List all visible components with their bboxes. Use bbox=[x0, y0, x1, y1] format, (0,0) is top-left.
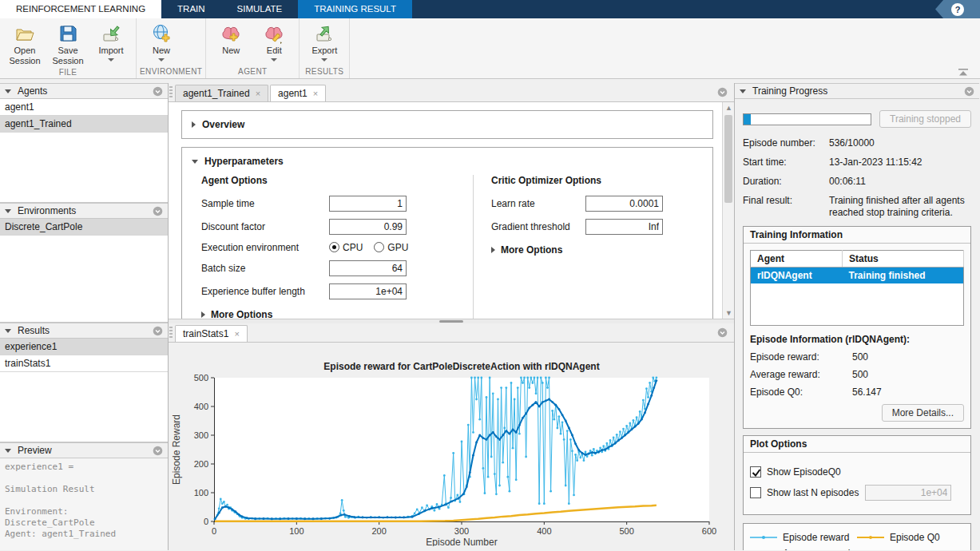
agent-options-column: Agent Options Sample time Discount facto… bbox=[192, 175, 473, 319]
new-agent-button[interactable]: New bbox=[209, 22, 252, 65]
collapse-arrow-icon[interactable] bbox=[5, 89, 11, 93]
open-folder-icon bbox=[14, 23, 35, 44]
close-icon[interactable]: × bbox=[234, 330, 239, 339]
cpu-radio-label: CPU bbox=[343, 242, 363, 253]
panel-menu-icon[interactable] bbox=[153, 206, 163, 216]
panel-menu-icon[interactable] bbox=[153, 86, 163, 97]
gpu-radio-label: GPU bbox=[387, 242, 408, 253]
batch-size-input[interactable] bbox=[329, 260, 407, 276]
new-environment-button[interactable]: New bbox=[140, 22, 183, 65]
scrollbar-thumb[interactable] bbox=[724, 115, 732, 203]
preview-panel-header[interactable]: Preview bbox=[0, 442, 168, 458]
average-reward-value: 500 bbox=[852, 369, 868, 380]
drag-grip-icon[interactable] bbox=[169, 86, 173, 98]
sample-time-input[interactable] bbox=[329, 196, 407, 212]
hyperparameters-header[interactable]: Hyperparameters bbox=[192, 156, 703, 167]
help-icon[interactable]: ? bbox=[951, 3, 964, 16]
collapse-ribbon-icon[interactable] bbox=[958, 69, 969, 76]
experience-buffer-length-input[interactable] bbox=[329, 283, 407, 299]
close-icon[interactable]: × bbox=[313, 89, 318, 98]
agents-panel-header[interactable]: Agents bbox=[0, 83, 168, 99]
agent-more-options[interactable]: More Options bbox=[201, 309, 473, 319]
episode-q0-label: Episode Q0: bbox=[750, 386, 852, 398]
collapse-arrow-icon[interactable] bbox=[5, 449, 11, 453]
browser-sidebar: Agents agent1 agent1_Trained Environment… bbox=[0, 83, 169, 550]
group-label-environment: ENVIRONMENT bbox=[140, 65, 202, 78]
doc-tab-agent1-trained[interactable]: agent1_Trained × bbox=[175, 85, 268, 101]
training-stopped-button[interactable]: Training stopped bbox=[879, 110, 971, 128]
list-item-discrete-cartpole[interactable]: Discrete_CartPole bbox=[0, 219, 168, 236]
expand-arrow-icon[interactable] bbox=[491, 247, 495, 253]
drag-grip-icon[interactable] bbox=[169, 327, 173, 339]
edit-agent-label: Edit bbox=[267, 46, 282, 56]
svg-text:300: 300 bbox=[454, 526, 469, 536]
critic-more-options-label: More Options bbox=[501, 244, 562, 256]
panel-menu-icon[interactable] bbox=[964, 86, 974, 97]
list-item-agent1-trained[interactable]: agent1_Trained bbox=[0, 116, 168, 133]
panel-menu-icon[interactable] bbox=[153, 446, 163, 456]
results-panel-header[interactable]: Results bbox=[0, 323, 168, 339]
ribbon-group-file: Open Session Save Session Import bbox=[0, 18, 137, 78]
save-icon bbox=[58, 23, 78, 44]
doc-tab-trainstats1[interactable]: trainStats1 × bbox=[175, 325, 248, 342]
collapse-arrow-icon[interactable] bbox=[5, 209, 11, 213]
gradient-threshold-label: Gradient threshold bbox=[491, 221, 585, 232]
scroll-up-icon[interactable]: ▲ bbox=[725, 105, 732, 111]
scroll-down-icon[interactable]: ▼ bbox=[725, 310, 732, 316]
list-item-experience1[interactable]: experience1 bbox=[0, 339, 168, 355]
gpu-radio[interactable]: GPU bbox=[374, 242, 408, 253]
dropdown-caret-icon bbox=[271, 58, 277, 61]
export-icon bbox=[314, 23, 335, 44]
open-session-label: Open Session bbox=[3, 46, 46, 66]
export-button[interactable]: Export bbox=[303, 22, 346, 65]
cpu-radio[interactable]: CPU bbox=[329, 242, 363, 253]
table-row-rldqnagent[interactable]: rlDQNAgent Training finished bbox=[751, 268, 964, 284]
show-last-n-episodes-row: Show last N episodes bbox=[750, 485, 964, 501]
save-session-button[interactable]: Save Session bbox=[46, 22, 89, 66]
doc-tab-agent1[interactable]: agent1 × bbox=[270, 85, 326, 101]
editor-scrollbar[interactable]: ▲ ▼ bbox=[722, 102, 734, 319]
results-list: experience1 trainStats1 bbox=[0, 339, 168, 442]
list-item-trainstats1[interactable]: trainStats1 bbox=[0, 355, 168, 372]
tab-simulate[interactable]: SIMULATE bbox=[221, 0, 299, 18]
splitter-handle[interactable] bbox=[439, 320, 463, 323]
learn-rate-input[interactable] bbox=[585, 196, 663, 212]
checkbox-checked-icon[interactable] bbox=[750, 466, 761, 478]
collapse-arrow-icon[interactable] bbox=[192, 160, 198, 164]
critic-options-title: Critic Optimizer Options bbox=[491, 175, 703, 186]
discount-factor-input[interactable] bbox=[329, 219, 407, 235]
tab-reinforcement-learning[interactable]: REINFORCEMENT LEARNING bbox=[0, 0, 161, 18]
edit-agent-button[interactable]: Edit bbox=[252, 22, 296, 65]
doc-tab-label: agent1_Trained bbox=[183, 88, 250, 99]
gradient-threshold-input[interactable] bbox=[585, 219, 663, 235]
panel-menu-icon[interactable] bbox=[717, 87, 728, 97]
tab-training-result[interactable]: TRAINING RESULT bbox=[298, 0, 412, 18]
last-n-episodes-input[interactable] bbox=[865, 485, 951, 501]
experience-buffer-length-label: Experience buffer length bbox=[201, 286, 329, 297]
expand-arrow-icon[interactable] bbox=[201, 311, 205, 318]
environments-list: Discrete_CartPole bbox=[0, 219, 168, 323]
close-icon[interactable]: × bbox=[256, 89, 260, 98]
open-session-button[interactable]: Open Session bbox=[3, 22, 46, 66]
duration-value: 00:06:11 bbox=[829, 176, 971, 188]
critic-more-options[interactable]: More Options bbox=[491, 244, 703, 256]
environments-panel-header[interactable]: Environments bbox=[0, 203, 168, 219]
collapse-arrow-icon[interactable] bbox=[740, 89, 746, 93]
panel-menu-icon[interactable] bbox=[717, 327, 728, 338]
overview-title: Overview bbox=[202, 119, 244, 130]
overview-section[interactable]: Overview bbox=[181, 110, 713, 139]
collapse-arrow-icon[interactable] bbox=[5, 329, 11, 333]
expand-arrow-icon[interactable] bbox=[192, 121, 196, 128]
legend-average-reward: Average reward bbox=[750, 548, 857, 551]
more-details-button[interactable]: More Details... bbox=[882, 404, 964, 422]
list-item-agent1[interactable]: agent1 bbox=[0, 99, 168, 116]
tab-train[interactable]: TRAIN bbox=[161, 0, 221, 18]
help-wedge: ? bbox=[935, 0, 980, 18]
import-button[interactable]: Import bbox=[89, 22, 133, 66]
training-progress-header[interactable]: Training Progress bbox=[735, 83, 979, 99]
checkbox-unchecked-icon[interactable] bbox=[750, 487, 761, 498]
panel-menu-icon[interactable] bbox=[153, 326, 163, 336]
status-column-header: Status bbox=[843, 251, 964, 268]
doc-tab-label: trainStats1 bbox=[183, 328, 228, 339]
export-label: Export bbox=[311, 46, 337, 56]
